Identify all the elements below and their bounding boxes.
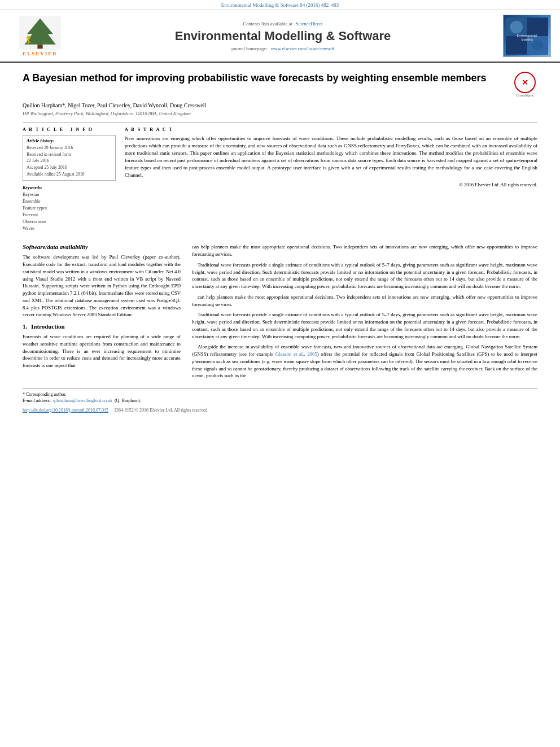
article-title: A Bayesian method for improving probabil… bbox=[23, 72, 506, 85]
elsevier-text: ELSEVIER bbox=[23, 51, 58, 56]
svg-text:Modelling: Modelling bbox=[522, 38, 533, 41]
abstract-content: New innovations are emerging which offer… bbox=[125, 136, 537, 178]
intro-section-number: 1. bbox=[23, 323, 27, 330]
homepage-label: journal homepage: bbox=[231, 46, 268, 51]
intro-section-title: 1. Introduction bbox=[23, 323, 181, 330]
abstract-text: New innovations are emerging which offer… bbox=[125, 135, 537, 189]
received-date: Received 29 January 2016 bbox=[27, 145, 112, 151]
email-link[interactable]: q.harpham@hrwallingford.co.uk bbox=[53, 398, 112, 403]
intro-section-text: Forecasts of wave conditions are require… bbox=[23, 333, 181, 369]
accepted-date: Accepted 25 July 2016 bbox=[27, 164, 112, 171]
crossmark-icon: ✕ bbox=[514, 72, 536, 93]
keywords-box: Keywords: Bayesian Ensemble Feature type… bbox=[23, 185, 116, 232]
software-section-text: The software development was led by Paul… bbox=[23, 254, 181, 318]
authors-text: Quillon Harpham*, Nigel Tozer, Paul Clev… bbox=[23, 102, 206, 108]
corresponding-author-note: * Corresponding author. bbox=[23, 391, 537, 397]
history-label: Article history: bbox=[27, 138, 112, 143]
article-title-section: A Bayesian method for improving probabil… bbox=[23, 72, 537, 98]
main-content-area: Software/data availability The software … bbox=[0, 238, 560, 388]
elsevier-branding: ELSEVIER bbox=[9, 16, 71, 56]
footer-links-area: http://dx.doi.org/10.1016/j.envsoft.2016… bbox=[0, 404, 560, 416]
journal-homepage-line: journal homepage: www.elsevier.com/locat… bbox=[71, 46, 495, 51]
keyword-observations: Observations bbox=[23, 219, 116, 225]
article-info-heading: A R T I C L E I N F O bbox=[23, 127, 116, 132]
keyword-ensemble: Ensemble bbox=[23, 198, 116, 205]
svg-point-10 bbox=[510, 20, 523, 33]
contents-label: Contents lists available at bbox=[243, 21, 292, 27]
email-note: E-mail address: q.harpham@hrwallingford.… bbox=[23, 397, 537, 404]
journal-cover-image: Environmental Modelling bbox=[503, 15, 551, 57]
cover-image-svg: Environmental Modelling bbox=[506, 16, 548, 56]
right-para-3: can help planners make the most appropri… bbox=[192, 294, 537, 308]
journal-reference-bar: Environmental Modelling & Software 84 (2… bbox=[0, 0, 560, 10]
left-column: Software/data availability The software … bbox=[23, 243, 181, 383]
crossmark-section: ✕ CrossMark bbox=[512, 72, 537, 98]
affiliation-line: HR Wallingford, Howbery Park, Wallingfor… bbox=[23, 111, 537, 116]
journal-center-info: Contents lists available at ScienceDirec… bbox=[71, 21, 495, 51]
available-online-date: Available online 25 August 2016 bbox=[27, 171, 112, 178]
keyword-waves: Waves bbox=[23, 225, 116, 232]
right-para-5: Alongside the increase in availability o… bbox=[192, 343, 537, 379]
article-info-abstract-section: A R T I C L E I N F O Article history: R… bbox=[23, 122, 537, 232]
received-revised-label: Received in revised form bbox=[27, 151, 112, 158]
svg-point-3 bbox=[27, 36, 30, 40]
svg-rect-2 bbox=[37, 44, 42, 48]
issn-text: 1364-8152/© 2016 Elsevier Ltd. All right… bbox=[114, 408, 208, 413]
corresponding-author-label: * Corresponding author. bbox=[23, 392, 67, 397]
right-para-4: Traditional wave forecasts provide a sin… bbox=[192, 311, 537, 340]
article-info-column: A R T I C L E I N F O Article history: R… bbox=[23, 127, 116, 232]
keywords-label: Keywords: bbox=[23, 185, 116, 190]
intro-section-title-text: Introduction bbox=[31, 323, 65, 330]
gleason-reference-link[interactable]: Gleason et al., 2005 bbox=[275, 351, 317, 357]
article-history-box: Article history: Received 29 January 201… bbox=[23, 135, 116, 181]
keyword-bayesian: Bayesian bbox=[23, 191, 116, 198]
journal-reference-text: Environmental Modelling & Software 84 (2… bbox=[221, 2, 339, 8]
products-text: products bbox=[206, 373, 223, 378]
contents-available-line: Contents lists available at ScienceDirec… bbox=[71, 21, 495, 27]
elsevier-tree-icon bbox=[18, 16, 63, 50]
crossmark-symbol: ✕ bbox=[522, 78, 528, 88]
email-suffix: (Q. Harpham). bbox=[115, 398, 141, 403]
crossmark-label: CrossMark bbox=[516, 93, 533, 98]
journal-header: ELSEVIER Contents lists available at Sci… bbox=[0, 10, 560, 63]
footnote-area: * Corresponding author. E-mail address: … bbox=[23, 388, 537, 404]
journal-logo-right: Environmental Modelling bbox=[495, 15, 551, 57]
abstract-column: A B S T R A C T New innovations are emer… bbox=[125, 127, 537, 232]
elsevier-logo-left: ELSEVIER bbox=[9, 16, 71, 56]
keyword-feature-types: Feature types bbox=[23, 205, 116, 212]
journal-title: Environmental Modelling & Software bbox=[71, 29, 495, 43]
copyright-notice: © 2016 Elsevier Ltd. All rights reserved… bbox=[125, 181, 537, 188]
authors-line: Quillon Harpham*, Nigel Tozer, Paul Clev… bbox=[23, 102, 537, 108]
right-para-2: Traditional wave forecasts provide a sin… bbox=[192, 261, 537, 290]
abstract-heading: A B S T R A C T bbox=[125, 127, 537, 132]
keyword-forecast: Forecast bbox=[23, 212, 116, 219]
homepage-link[interactable]: www.elsevier.com/locate/envsoft bbox=[270, 46, 334, 51]
svg-text:Environmental: Environmental bbox=[517, 33, 537, 37]
svg-point-11 bbox=[532, 40, 543, 50]
article-body: A Bayesian method for improving probabil… bbox=[0, 63, 560, 232]
right-col-content: can help planners make the most appropri… bbox=[192, 243, 537, 379]
software-section-title: Software/data availability bbox=[23, 243, 181, 250]
doi-link[interactable]: http://dx.doi.org/10.1016/j.envsoft.2016… bbox=[23, 408, 108, 413]
right-para-1: can help planners make the most appropri… bbox=[192, 243, 537, 258]
sciencedirect-link[interactable]: ScienceDirect bbox=[296, 21, 323, 27]
email-label: E-mail address: bbox=[23, 398, 51, 403]
right-column: can help planners make the most appropri… bbox=[192, 243, 537, 383]
revised-date: 22 July 2016 bbox=[27, 158, 112, 164]
